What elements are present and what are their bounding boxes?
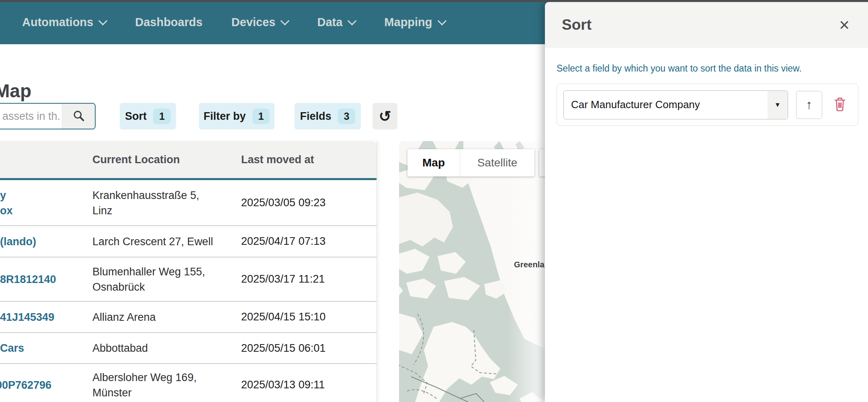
sort-panel-title: Sort xyxy=(562,16,839,33)
nav-item-label: Automations xyxy=(22,16,93,29)
nav-item-label: Devices xyxy=(231,16,276,29)
map-canvas[interactable]: Map Satellite Greenland xyxy=(399,141,548,402)
chevron-down-icon xyxy=(437,16,446,25)
asset-link[interactable]: 8R1812140 xyxy=(0,273,56,285)
close-icon[interactable]: × xyxy=(839,19,850,31)
window-top-strip xyxy=(0,0,868,2)
sort-panel-header: Sort × xyxy=(545,2,868,48)
select-caret-icon: ▼ xyxy=(768,91,788,119)
asset-link[interactable]: 00P762796 xyxy=(0,379,51,391)
chevron-down-icon xyxy=(98,16,108,25)
chevron-down-icon xyxy=(348,16,357,25)
fields-button-label: Fields xyxy=(300,110,332,123)
sort-count-badge: 1 xyxy=(153,109,171,124)
last-moved-cell: 2025/04/17 07:13 xyxy=(241,235,326,247)
last-moved-cell: 2025/03/17 11:21 xyxy=(241,273,325,285)
search-icon xyxy=(72,109,85,123)
delete-sort-rule-button[interactable] xyxy=(833,97,846,113)
sort-panel: Sort × Select a field by which you want … xyxy=(545,2,868,402)
fields-count-badge: 3 xyxy=(338,109,356,124)
search-button[interactable] xyxy=(62,104,95,129)
sort-button[interactable]: Sort 1 xyxy=(120,103,176,129)
search-box xyxy=(0,103,96,129)
current-location-cell: Krankenhausstraße 5, Linz xyxy=(92,189,199,217)
column-header-current-location: Current Location xyxy=(92,154,241,166)
current-location-cell: Allianz Arena xyxy=(92,311,156,323)
nav-item-label: Mapping xyxy=(384,16,432,29)
sort-field-select[interactable]: Car Manufacturer Company ▼ xyxy=(563,90,788,119)
sort-panel-description: Select a field by which you want to sort… xyxy=(557,63,852,74)
asset-link[interactable]: y ox xyxy=(0,189,13,217)
table-row: (lando) Larch Crescent 27, Ewell 2025/04… xyxy=(0,226,377,257)
last-moved-cell: 2025/03/05 09:23 xyxy=(241,197,326,209)
sort-rule-row: Car Manufacturer Company ▼ ↑ xyxy=(557,84,858,126)
nav-item-data[interactable]: Data xyxy=(317,16,355,29)
chevron-down-icon xyxy=(280,16,290,25)
filter-by-button[interactable]: Filter by 1 xyxy=(199,103,274,129)
refresh-icon: ↺ xyxy=(379,108,391,125)
table-header-row: Current Location Last moved at xyxy=(0,141,377,180)
sort-button-label: Sort xyxy=(125,110,147,123)
current-location-cell: Larch Crescent 27, Ewell xyxy=(92,236,213,248)
sort-field-selected-value: Car Manufacturer Company xyxy=(564,91,768,119)
trash-icon xyxy=(833,97,846,113)
last-moved-cell: 2025/04/15 15:10 xyxy=(241,311,326,323)
table-row: y ox Krankenhausstraße 5, Linz 2025/03/0… xyxy=(0,180,377,226)
nav-item-automations[interactable]: Automations xyxy=(22,16,106,29)
asset-link[interactable]: (lando) xyxy=(0,236,36,248)
current-location-cell: Blumenhaller Weg 155, Osnabrück xyxy=(92,266,205,293)
table-row: 41J145349 Allianz Arena 2025/04/15 15:10 xyxy=(0,302,377,333)
nav-item-mapping[interactable]: Mapping xyxy=(384,16,445,29)
asset-link[interactable]: Cars xyxy=(0,342,24,354)
nav-item-label: Data xyxy=(317,16,342,29)
map-type-control: Map Satellite xyxy=(407,149,534,176)
column-header-last-moved-at: Last moved at xyxy=(241,154,377,166)
map-geography xyxy=(399,141,548,402)
filter-count-badge: 1 xyxy=(252,109,270,124)
nav-item-dashboards[interactable]: Dashboards xyxy=(135,16,203,29)
arrow-up-icon: ↑ xyxy=(806,97,813,112)
table-row: 00P762796 Albersloher Weg 169, Münster 2… xyxy=(0,364,377,402)
last-moved-cell: 2025/05/15 06:01 xyxy=(241,342,326,354)
map-label-greenland: Greenland xyxy=(514,260,548,269)
assets-table: Current Location Last moved at y ox Kran… xyxy=(0,141,377,402)
table-row: Cars Abbottabad 2025/05/15 06:01 xyxy=(0,333,377,364)
last-moved-cell: 2025/03/13 09:11 xyxy=(241,379,325,391)
filter-button-label: Filter by xyxy=(204,110,246,123)
asset-link[interactable]: 41J145349 xyxy=(0,311,54,323)
nav-item-label: Dashboards xyxy=(135,16,203,29)
search-input[interactable] xyxy=(0,104,62,129)
sort-direction-button[interactable]: ↑ xyxy=(796,91,822,119)
refresh-button[interactable]: ↺ xyxy=(373,103,397,129)
map-type-map-button[interactable]: Map xyxy=(407,149,460,176)
current-location-cell: Abbottabad xyxy=(92,342,148,354)
nav-item-devices[interactable]: Devices xyxy=(231,16,289,29)
fields-button[interactable]: Fields 3 xyxy=(295,103,361,129)
map-type-satellite-button[interactable]: Satellite xyxy=(460,149,534,176)
table-row: 8R1812140 Blumenhaller Weg 155, Osnabrüc… xyxy=(0,257,377,302)
page-title: Map xyxy=(0,80,31,102)
current-location-cell: Albersloher Weg 169, Münster xyxy=(92,371,197,399)
